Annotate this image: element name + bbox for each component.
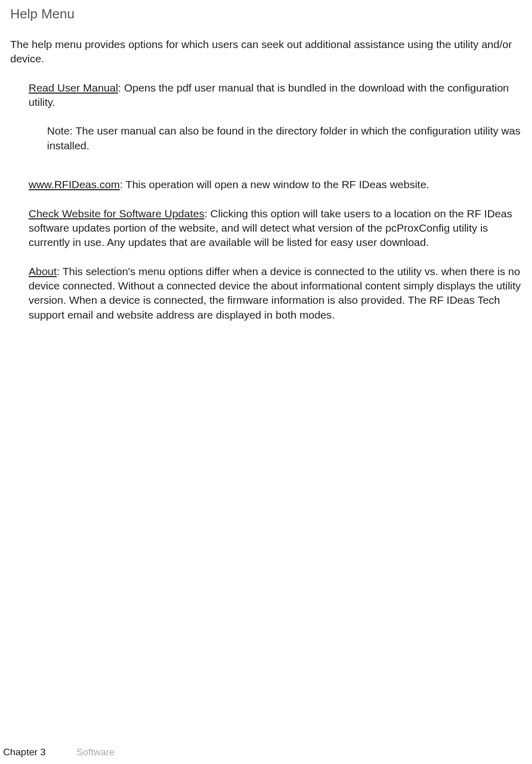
- section-title: Help Menu: [10, 5, 522, 23]
- footer-section: Software: [76, 747, 114, 757]
- item-about: About: This selection's menu options dif…: [29, 264, 522, 322]
- item-text: : This selection's menu options differ w…: [29, 265, 521, 321]
- item-label: About: [29, 265, 57, 277]
- item-website: www.RFIDeas.com: This operation will ope…: [29, 177, 522, 192]
- intro-paragraph: The help menu provides options for which…: [10, 37, 522, 66]
- footer-chapter: Chapter 3: [3, 747, 45, 757]
- item-label: Check Website for Software Updates: [29, 208, 204, 219]
- item-read-user-manual: Read User Manual: Opens the pdf user man…: [29, 81, 522, 110]
- item-text: : This operation will open a new window …: [120, 178, 429, 190]
- item-label: Read User Manual: [29, 82, 118, 94]
- item-check-updates: Check Website for Software Updates: Clic…: [29, 207, 522, 250]
- item-label: www.RFIDeas.com: [29, 178, 120, 190]
- note-block: Note: The user manual can also be found …: [47, 124, 522, 153]
- page-footer: Chapter 3Software: [3, 746, 114, 759]
